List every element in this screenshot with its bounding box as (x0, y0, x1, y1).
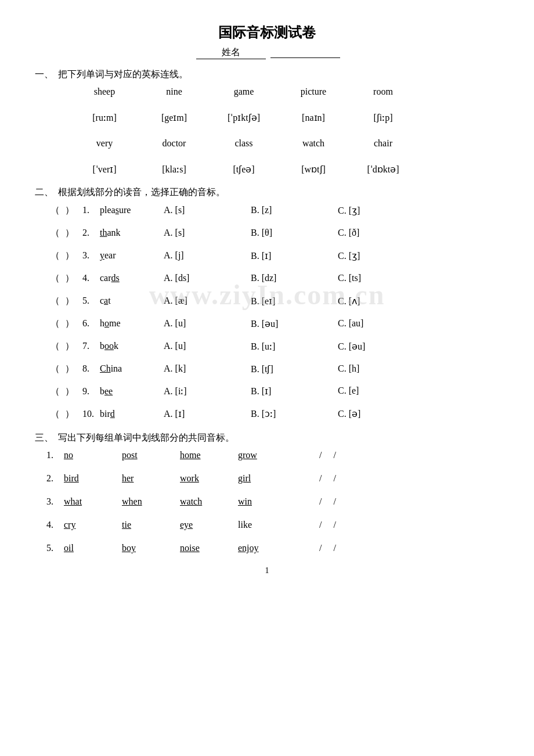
match-word-8: class (209, 138, 279, 149)
match-phonetics-row1: [ruːm] [geɪm] [ˈpɪktʃə] [naɪn] [ʃiːp] (35, 112, 499, 123)
phonetic-1: [ruːm] (70, 112, 139, 123)
mc-row-6: （ ） 6. home A. [u] B. [əu] C. [au] (35, 318, 499, 330)
mc-row-5: （ ） 5. cat A. [æ] B. [eɪ] C. [ʌ] (35, 295, 499, 307)
section-three-num: 三、 (35, 432, 53, 444)
write-row-5: 5. oil boy noise enjoy / / (35, 543, 499, 553)
mc-row-10: （ ） 10. bird A. [ɪ] B. [ɔː] C. [ə] (35, 408, 499, 420)
section-one-title: 把下列单词与对应的英标连线。 (58, 69, 188, 81)
phonetic-7: [klaːs] (139, 164, 209, 175)
match-word-3: game (209, 87, 279, 97)
write-row-4: 4. cry tie eye like / / (35, 520, 499, 530)
mc-row-1: （ ） 1. pleasure A. [s] B. [z] C. [ʒ] (35, 204, 499, 217)
phonetic-5: [ʃiːp] (348, 112, 418, 123)
section-three: 三、 写出下列每组单词中划线部分的共同音标。 1. no post home g… (35, 432, 499, 553)
section-three-header: 三、 写出下列每组单词中划线部分的共同音标。 (35, 432, 499, 444)
section-one-header: 一、 把下列单词与对应的英标连线。 (35, 69, 499, 81)
phonetic-8: [tʃeə] (209, 164, 279, 175)
page-title: 国际音标测试卷 (35, 23, 499, 42)
phonetic-10: [ˈdɒktə] (348, 164, 418, 175)
mc-row-3: （ ） 3. year A. [j] B. [ɪ] C. [ʒ] (35, 250, 499, 262)
match-word-1: sheep (70, 87, 139, 97)
phonetic-3: [ˈpɪktʃə] (209, 112, 279, 123)
name-label: 姓名 (196, 46, 266, 59)
write-row-2: 2. bird her work girl / / (35, 473, 499, 484)
page-number: 1 (35, 566, 499, 575)
section-one: 一、 把下列单词与对应的英标连线。 sheep nine game pictur… (35, 69, 499, 175)
section-two-title: 根据划线部分的读音，选择正确的音标。 (58, 186, 225, 199)
match-words-row1: sheep nine game picture room (35, 87, 499, 97)
match-words-row2: very doctor class watch chair (35, 138, 499, 149)
phonetic-6: [ˈverɪ] (70, 164, 139, 175)
section-two: 二、 根据划线部分的读音，选择正确的音标。 （ ） 1. pleasure A.… (35, 186, 499, 420)
section-two-header: 二、 根据划线部分的读音，选择正确的音标。 (35, 186, 499, 199)
match-word-2: nine (139, 87, 209, 97)
name-input-area (270, 47, 340, 58)
match-word-7: doctor (139, 138, 209, 149)
write-row-1: 1. no post home grow / / (35, 450, 499, 460)
phonetic-2: [geɪm] (139, 112, 209, 123)
mc-row-4: （ ） 4. cards A. [ds] B. [dz] C. [ts] (35, 272, 499, 285)
phonetic-9: [wɒtʃ] (279, 164, 348, 175)
match-word-6: very (70, 138, 139, 149)
mc-row-2: （ ） 2. thank A. [s] B. [θ] C. [ð] (35, 227, 499, 239)
match-word-9: watch (279, 138, 348, 149)
section-two-num: 二、 (35, 186, 53, 199)
match-word-4: picture (279, 87, 348, 97)
match-word-10: chair (348, 138, 418, 149)
section-one-num: 一、 (35, 69, 53, 81)
section-three-title: 写出下列每组单词中划线部分的共同音标。 (58, 432, 234, 444)
phonetic-4: [naɪn] (279, 112, 348, 123)
mc-row-7: （ ） 7. book A. [u] B. [uː] C. [əu] (35, 340, 499, 352)
mc-row-9: （ ） 9. bee A. [iː] B. [ɪ] C. [e] (35, 386, 499, 398)
mc-row-8: （ ） 8. China A. [k] B. [tʃ] C. [h] (35, 363, 499, 375)
write-row-3: 3. what when watch win / / (35, 496, 499, 507)
match-phonetics-row2: [ˈverɪ] [klaːs] [tʃeə] [wɒtʃ] [ˈdɒktə] (35, 164, 499, 175)
name-line: 姓名 (35, 46, 499, 59)
match-word-5: room (348, 87, 418, 97)
